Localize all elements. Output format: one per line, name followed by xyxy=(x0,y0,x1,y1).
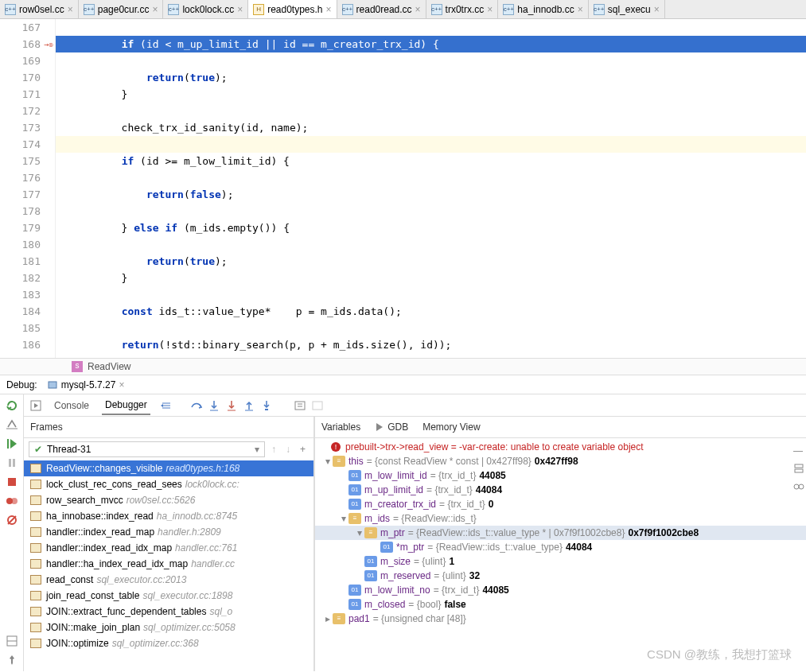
expand-arrow-icon[interactable]: ▾ xyxy=(355,527,364,538)
stack-frame[interactable]: handler::index_read_map handler.h:2809 xyxy=(24,524,313,540)
variable-row[interactable]: 01m_up_limit_id= {trx_id_t}44084 xyxy=(315,483,806,497)
close-icon[interactable]: × xyxy=(654,4,660,15)
variable-row[interactable]: ▾≡m_ptr= {ReadView::ids_t::value_type * … xyxy=(315,526,806,540)
step-into-icon[interactable] xyxy=(208,399,220,412)
file-tab[interactable]: c++page0cur.cc× xyxy=(79,0,164,18)
stack-frame[interactable]: handler::ha_index_read_idx_map handler.c… xyxy=(24,556,313,572)
tab-console[interactable]: Console xyxy=(51,397,92,414)
line-number[interactable]: 167 xyxy=(0,19,41,36)
line-number[interactable]: 181 xyxy=(0,253,41,270)
variable-row[interactable]: 01*m_ptr= {ReadView::ids_t::value_type}4… xyxy=(315,540,806,554)
tab-debugger[interactable]: Debugger xyxy=(102,396,150,415)
resume-icon[interactable] xyxy=(6,437,18,450)
line-number[interactable]: 170 xyxy=(0,69,41,86)
code-line[interactable]: const ids_t::value_type* p = m_ids.data(… xyxy=(56,303,806,320)
filter-icon[interactable]: — xyxy=(793,445,804,456)
variable-row[interactable]: 01m_reserved= {ulint}32 xyxy=(315,569,806,583)
stack-frame[interactable]: lock_clust_rec_cons_read_sees lock0lock.… xyxy=(24,476,313,492)
stack-frame[interactable]: JOIN::extract_func_dependent_tables sql_… xyxy=(24,604,313,620)
expand-arrow-icon[interactable]: ▾ xyxy=(339,513,348,524)
stack-frame[interactable]: row_search_mvcc row0sel.cc:5626 xyxy=(24,492,313,508)
code-line[interactable] xyxy=(56,236,806,253)
line-number[interactable]: 185 xyxy=(0,320,41,336)
code-area[interactable]: if (id < m_up_limit_id || id == m_creato… xyxy=(56,19,806,358)
prev-frame-icon[interactable]: ↑ xyxy=(268,444,279,455)
line-number[interactable]: 186 xyxy=(0,336,41,353)
stack-frame[interactable]: read_const sql_executor.cc:2013 xyxy=(24,572,313,588)
stop-icon[interactable] xyxy=(6,476,18,488)
variable-row[interactable]: ▸≡pad1= {unsigned char [48]} xyxy=(315,612,806,626)
code-line[interactable]: } xyxy=(56,270,806,286)
code-line[interactable] xyxy=(56,203,806,219)
variable-row[interactable]: ▾≡m_ids= {ReadView::ids_t} xyxy=(315,511,806,526)
close-icon[interactable]: × xyxy=(237,4,243,15)
variable-row[interactable]: ▾≡this= {const ReadView * const | 0x427f… xyxy=(315,454,806,468)
code-line[interactable]: return(!std::binary_search(p, p + m_ids.… xyxy=(56,336,806,353)
glasses-icon[interactable] xyxy=(793,480,804,491)
code-line[interactable] xyxy=(56,169,806,186)
file-tab[interactable]: c++trx0trx.cc× xyxy=(426,0,499,18)
next-frame-icon[interactable]: ↓ xyxy=(282,444,294,455)
code-line[interactable]: } xyxy=(56,86,806,103)
line-number[interactable]: 180 xyxy=(0,236,41,253)
rerun-icon[interactable] xyxy=(6,399,18,412)
file-tab[interactable]: c++lock0lock.cc× xyxy=(163,0,248,18)
debug-config-name[interactable]: mysql-5.7.27 xyxy=(61,379,116,390)
vars-title[interactable]: Variables xyxy=(321,421,360,433)
close-icon[interactable]: × xyxy=(68,4,73,15)
file-tab[interactable]: c++row0sel.cc× xyxy=(0,0,79,18)
variable-row[interactable]: 01m_closed= {bool}false xyxy=(315,597,806,612)
settings-icon[interactable] xyxy=(6,418,18,431)
stack-frame[interactable]: join_read_const_table sql_executor.cc:18… xyxy=(24,588,313,604)
thread-selector[interactable]: ✔ Thread-31 ▾ xyxy=(29,441,265,457)
show-execution-point-icon[interactable] xyxy=(160,399,173,412)
line-number[interactable]: 168→๏ xyxy=(0,36,41,52)
file-tab[interactable]: c++read0read.cc× xyxy=(337,0,426,18)
line-number[interactable]: 177 xyxy=(0,186,41,203)
line-number[interactable]: 173 xyxy=(0,119,41,136)
view-breakpoints-icon[interactable] xyxy=(6,495,18,507)
code-line[interactable] xyxy=(56,19,806,36)
stack-frame[interactable]: ha_innobase::index_read ha_innodb.cc:874… xyxy=(24,508,313,524)
variable-row[interactable]: 01m_low_limit_id= {trx_id_t}44085 xyxy=(315,468,806,483)
line-number[interactable]: 184 xyxy=(0,303,41,320)
close-icon[interactable]: × xyxy=(487,4,493,15)
file-tab[interactable]: c++sql_execu× xyxy=(589,0,665,18)
code-line[interactable]: return(false); xyxy=(56,186,806,203)
code-line[interactable]: return(true); xyxy=(56,253,806,270)
stack-frame[interactable]: JOIN::make_join_plan sql_optimizer.cc:50… xyxy=(24,620,313,635)
line-number[interactable]: 171 xyxy=(0,86,41,103)
code-line[interactable]: if (id >= m_low_limit_id) { xyxy=(56,153,806,169)
stack-frame[interactable]: handler::index_read_idx_map handler.cc:7… xyxy=(24,540,313,556)
console-play-icon[interactable] xyxy=(30,400,41,411)
step-over-icon[interactable] xyxy=(190,399,203,412)
line-number[interactable]: 174 xyxy=(0,136,41,153)
close-icon[interactable]: × xyxy=(415,4,421,15)
breadcrumb[interactable]: s ReadView xyxy=(0,358,806,375)
line-number[interactable]: 179 xyxy=(0,219,41,236)
tab-memory-view[interactable]: Memory View xyxy=(422,421,480,433)
code-line[interactable] xyxy=(56,286,806,303)
evaluate-expression-icon[interactable] xyxy=(294,399,306,412)
trace-icon[interactable] xyxy=(311,399,324,412)
expand-arrow-icon[interactable]: ▾ xyxy=(323,456,333,467)
pause-icon[interactable] xyxy=(6,456,18,469)
code-line[interactable]: check_trx_id_sanity(id, name); xyxy=(56,119,806,136)
close-icon[interactable]: × xyxy=(578,4,583,15)
variable-row[interactable]: 01m_low_limit_no= {trx_id_t}44085 xyxy=(315,583,806,597)
close-icon[interactable]: × xyxy=(119,379,124,390)
line-number[interactable]: 178 xyxy=(0,203,41,219)
line-number[interactable]: 175 xyxy=(0,153,41,169)
stack-frame[interactable]: JOIN::optimize sql_optimizer.cc:368 xyxy=(24,635,313,651)
line-number[interactable]: 169 xyxy=(0,52,41,69)
pin-icon[interactable] xyxy=(6,654,18,666)
line-number[interactable]: 182 xyxy=(0,270,41,286)
variable-row[interactable]: 01m_size= {ulint}1 xyxy=(315,554,806,569)
expand-icon[interactable] xyxy=(793,463,804,474)
line-number[interactable]: 183 xyxy=(0,286,41,303)
tab-gdb[interactable]: GDB xyxy=(387,421,408,433)
close-icon[interactable]: × xyxy=(326,4,332,15)
file-tab[interactable]: c++ha_innodb.cc× xyxy=(498,0,588,18)
code-line[interactable] xyxy=(56,320,806,336)
code-line[interactable]: if (id < m_up_limit_id || id == m_creato… xyxy=(56,36,806,52)
